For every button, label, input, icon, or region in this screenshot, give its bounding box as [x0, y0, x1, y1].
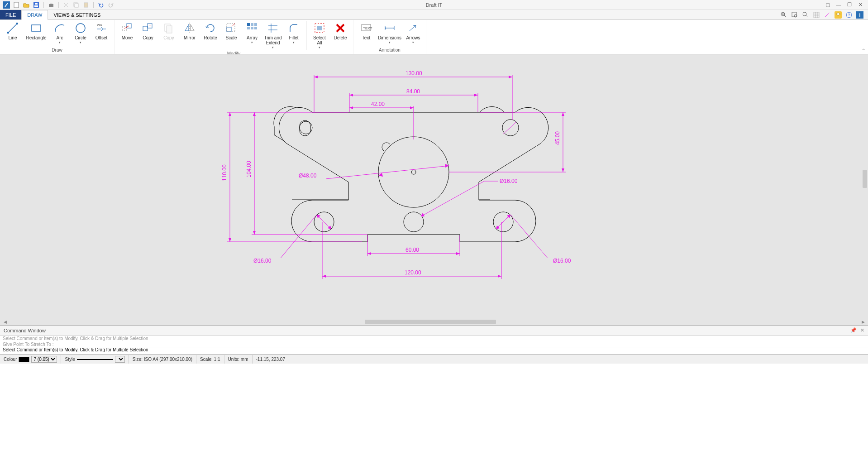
- maximize-icon[interactable]: ❐: [846, 2, 853, 8]
- app-icon: [3, 1, 10, 9]
- svg-text:TEXT: TEXT: [363, 26, 372, 30]
- style-label: Style: [65, 357, 75, 362]
- svg-rect-32: [251, 23, 253, 26]
- svg-rect-24: [143, 26, 148, 31]
- scale-button[interactable]: Scale: [221, 21, 241, 50]
- svg-marker-54: [509, 76, 512, 78]
- svg-rect-4: [35, 3, 38, 5]
- minimize-icon[interactable]: —: [835, 2, 842, 8]
- help-icon[interactable]: ?: [845, 11, 853, 19]
- svg-marker-82: [456, 252, 460, 255]
- dim-45: 45.00: [554, 131, 561, 145]
- svg-rect-31: [247, 23, 250, 26]
- undo-icon[interactable]: [97, 1, 105, 9]
- svg-rect-35: [251, 27, 253, 29]
- command-window: Command Window 📌 ✕ Select Command or Ite…: [0, 325, 868, 355]
- new-icon[interactable]: [13, 1, 20, 9]
- copy-button[interactable]: +Copy: [138, 21, 158, 50]
- fillet-button[interactable]: Fillet▾: [284, 21, 304, 50]
- tab-file[interactable]: FILE: [0, 10, 21, 19]
- rotate-button[interactable]: Rotate: [200, 21, 220, 50]
- svg-marker-72: [229, 112, 231, 116]
- svg-rect-36: [254, 27, 257, 29]
- arc-button[interactable]: Arc▾: [50, 21, 70, 47]
- line-button[interactable]: Line: [3, 21, 23, 47]
- svg-marker-59: [474, 94, 478, 96]
- ribbon: Line Rectangle Arc▾ Circle▾ 2mOffset Dra…: [0, 20, 868, 54]
- layer-icon[interactable]: [835, 11, 842, 19]
- clipboard-copy-button[interactable]: Copy: [159, 21, 179, 50]
- tab-draw[interactable]: DRAW: [21, 10, 48, 20]
- scroll-left-icon[interactable]: ◀: [2, 319, 8, 325]
- move-button[interactable]: Move: [117, 21, 137, 50]
- svg-marker-77: [253, 112, 256, 116]
- open-icon[interactable]: [23, 1, 30, 9]
- grid-icon[interactable]: [813, 11, 820, 19]
- svg-rect-17: [7, 32, 9, 34]
- group-draw-label: Draw: [52, 47, 62, 54]
- svg-rect-18: [16, 23, 18, 24]
- svg-text:i: i: [859, 12, 860, 18]
- cmd-close-icon[interactable]: ✕: [860, 327, 864, 333]
- command-input[interactable]: [3, 347, 865, 352]
- svg-rect-38: [317, 26, 322, 30]
- save-icon[interactable]: [33, 1, 40, 9]
- colour-label: Colour: [4, 357, 17, 362]
- status-size: Size: ISO A4 (297.00x210.00): [129, 355, 196, 364]
- vertical-scrollbar[interactable]: [862, 54, 868, 325]
- dimensions-button[interactable]: Dimensions▾: [377, 21, 402, 47]
- delete-button[interactable]: Delete: [330, 21, 350, 50]
- pin-icon[interactable]: 📌: [850, 327, 857, 333]
- zoom-in-icon[interactable]: [780, 11, 787, 19]
- dim-120: 120.00: [405, 269, 421, 276]
- redo-icon[interactable]: [107, 1, 114, 9]
- cut-icon[interactable]: [62, 1, 70, 9]
- text-button[interactable]: TEXTText: [356, 21, 376, 47]
- zoom-extents-icon[interactable]: [802, 11, 809, 19]
- array-button[interactable]: Array▾: [242, 21, 262, 50]
- print-icon[interactable]: [48, 1, 55, 9]
- snap-icon[interactable]: [824, 11, 831, 19]
- status-scale: Scale: 1:1: [196, 355, 224, 364]
- circle-button[interactable]: Circle▾: [71, 21, 91, 47]
- zoom-window-icon[interactable]: [791, 11, 798, 19]
- svg-point-20: [76, 24, 85, 33]
- drawing-canvas[interactable]: 130.00 84.00 42.00 45.00: [0, 54, 868, 325]
- colour-swatch: [19, 357, 29, 362]
- paste-icon[interactable]: [82, 1, 90, 9]
- info-icon[interactable]: i: [856, 11, 863, 19]
- svg-text:?: ?: [848, 13, 850, 17]
- svg-marker-87: [498, 275, 501, 278]
- ribbon-collapse-icon[interactable]: ⌃: [862, 48, 865, 53]
- dim-104: 104.00: [246, 161, 252, 177]
- select-all-button[interactable]: Select All▾: [310, 21, 329, 50]
- close-icon[interactable]: ✕: [857, 2, 863, 8]
- scroll-right-icon[interactable]: ▶: [860, 319, 866, 325]
- tab-views-settings[interactable]: VIEWS & SETTINGS: [48, 10, 106, 19]
- style-select[interactable]: [115, 356, 125, 363]
- status-coords: -11.15, 223.07: [253, 355, 290, 364]
- svg-rect-33: [254, 23, 257, 26]
- svg-rect-6: [50, 3, 52, 4]
- horizontal-scrollbar[interactable]: ◀ ▶: [0, 319, 868, 325]
- trim-extend-button[interactable]: Trim and Extend▾: [263, 21, 283, 50]
- svg-rect-5: [49, 4, 53, 7]
- svg-marker-68: [562, 168, 564, 172]
- dim-42: 42.00: [371, 101, 385, 107]
- svg-rect-8: [75, 4, 78, 7]
- svg-marker-53: [314, 76, 318, 78]
- app-title: Draft IT: [426, 2, 443, 8]
- ribbon-tabs: FILE DRAW VIEWS & SETTINGS ? i: [0, 10, 868, 20]
- svg-rect-1: [14, 2, 19, 8]
- ribbon-toggle-icon[interactable]: ▢: [825, 2, 831, 8]
- copy-icon[interactable]: [72, 1, 80, 9]
- offset-button[interactable]: 2mOffset: [91, 21, 111, 47]
- svg-marker-63: [349, 106, 353, 109]
- mirror-button[interactable]: Mirror: [180, 21, 200, 50]
- colour-select[interactable]: 7 (0.05): [31, 356, 57, 363]
- title-bar: Draft IT ▢ — ❐ ✕: [0, 0, 868, 10]
- arrows-button[interactable]: Arrows▾: [403, 21, 423, 47]
- svg-rect-9: [84, 3, 88, 7]
- rectangle-button[interactable]: Rectangle: [24, 21, 49, 47]
- svg-text:+: +: [149, 23, 151, 28]
